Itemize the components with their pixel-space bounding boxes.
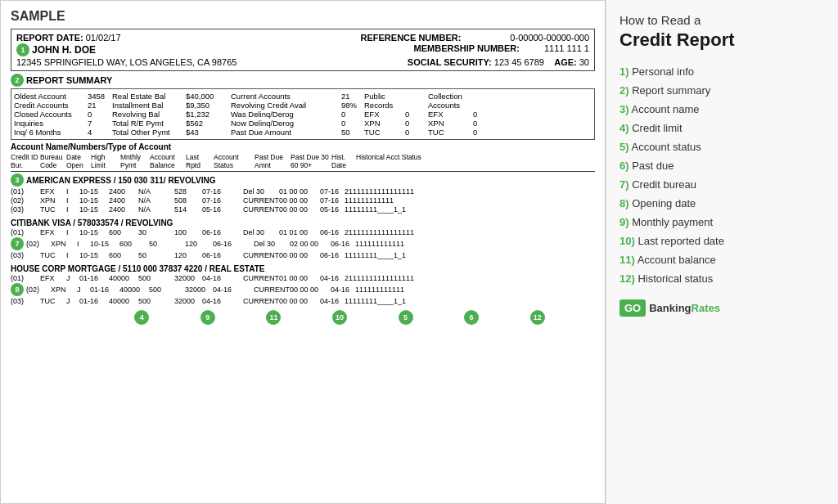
sum-r2c6: 98%	[341, 101, 364, 110]
sum-r3c3: Revolving Bal	[112, 110, 186, 119]
amex-row-3: (03)TUCI10-152400N/A51405-16CURRENT00 00…	[11, 205, 595, 214]
list-item-9: 9) Monthly payment	[619, 213, 825, 232]
sum-r5c5: Past Due Amount	[231, 128, 341, 137]
right-panel: How to Read a Credit Report 1) Personal …	[606, 0, 838, 504]
report-date: REPORT DATE: 01/02/17	[16, 33, 121, 43]
sum-r3c7: EFX	[364, 110, 405, 119]
sum-r5c4: $43	[186, 128, 231, 137]
ssn-age: SOCIAL SECURITY: 123 45 6789 AGE: 30	[408, 57, 589, 67]
col-status: Account Status	[214, 153, 255, 169]
sum-r5c2: 4	[88, 128, 112, 137]
sum-r1c2: 3458	[88, 92, 112, 101]
list-item-12: 12) Historical status	[619, 269, 825, 288]
col-high: High Limit	[91, 153, 120, 169]
acct-header-label: Account Name/Numbers/Type of Account	[11, 142, 595, 151]
sum-r5c8: 0	[405, 128, 428, 137]
account-mortgage: HOUSE CORP MORTGAGE / 5110 000 37837 422…	[11, 264, 595, 305]
sum-r5c9: TUC	[428, 128, 473, 137]
sum-r1c4: $40,000	[186, 92, 231, 101]
mortgage-row-3: (03)TUCJ01-16400005003200004-16CURRENT00…	[11, 297, 595, 305]
callout-12: 12	[530, 310, 545, 325]
sum-r5c7: TUC	[364, 128, 405, 137]
callout-6: 6	[464, 310, 479, 325]
list-item-3: 3) Account name	[619, 100, 825, 119]
col-pastdue: Past Due Amnt	[255, 153, 291, 169]
citi-row-2-wrapper: 7 (02)XPNI10-156005012006-16Del 3002 00 …	[11, 237, 595, 250]
callout-3: 3	[11, 173, 24, 187]
sum-r2c7: Records	[364, 101, 405, 110]
sum-r4c6: 0	[341, 119, 364, 128]
reference-number: REFERENCE NUMBER: 0-00000-00000-000	[361, 33, 589, 43]
sum-r1c6: 21	[341, 92, 364, 101]
sum-r1c5: Current Accounts	[231, 92, 341, 101]
sum-r4c1: Inquiries	[14, 119, 88, 128]
sum-r4c10: 0	[473, 119, 496, 128]
list-item-7: 7) Credit bureau	[619, 175, 825, 194]
callout-11: 11	[266, 310, 281, 325]
account-amex: 3 AMERICAN EXPRESS / 150 030 311/ REVOLV…	[11, 173, 595, 214]
sum-r4c4: $562	[186, 119, 231, 128]
col-hist-date: Hist. Date	[331, 153, 356, 169]
logo-banking: Banking	[649, 302, 691, 314]
list-item-5: 5) Account status	[619, 137, 825, 156]
sum-r2c9: Accounts	[428, 101, 473, 110]
sum-r5c1: Inq/ 6 Months	[14, 128, 88, 137]
account-citi: CITIBANK VISA / 578033574 / REVOLVING (0…	[11, 218, 595, 259]
callout-2: 2	[11, 74, 24, 87]
callout-5: 5	[399, 310, 413, 325]
sum-r4c7: XPN	[364, 119, 405, 128]
col-date: Date Open	[66, 153, 91, 169]
sum-r3c6: 0	[341, 110, 364, 119]
citi-row-1: (01)EFXI10-156003010006-16Del 3001 01 00…	[11, 228, 595, 236]
sum-r1c8	[405, 92, 428, 101]
col-mnthly: Mnthly Pymt	[120, 153, 150, 169]
sum-r4c8: 0	[405, 119, 428, 128]
list-item-1: 1) Personal info	[619, 62, 825, 81]
sum-r2c2: 21	[88, 101, 112, 110]
bottom-callouts: 4 9 11 10 5 6 12	[11, 310, 595, 325]
sum-r1c7: Public	[364, 92, 405, 101]
sum-r2c1: Credit Accounts	[14, 101, 88, 110]
citi-row-3: (03)TUCI10-156005012006-16CURRENT00 00 0…	[11, 251, 595, 259]
sum-r2c4: $9,350	[186, 101, 231, 110]
sum-r3c4: $1,232	[186, 110, 231, 119]
callout-7: 7	[11, 237, 24, 250]
sum-r3c8: 0	[405, 110, 428, 119]
mortgage-row-2: (02)XPNJ01-16400005003200004-16CURRENT00…	[26, 286, 595, 294]
mortgage-row-1: (01)EFXJ01-16400005003200004-16CURRENT01…	[11, 274, 595, 282]
col-pastdue-days: Past Due 30 60 90+	[291, 153, 331, 169]
sum-r1c1: Oldest Account	[14, 92, 88, 101]
sum-r3c10: 0	[473, 110, 496, 119]
amex-row-2: (02)XPNI10-152400N/A50807-16CURRENT00 00…	[11, 196, 595, 205]
list-item-6: 6) Past due	[619, 156, 825, 175]
sum-r5c3: Total Other Pymt	[112, 128, 186, 137]
sum-r5c10: 0	[473, 128, 496, 137]
name-section: 1 JOHN H. DOE	[16, 43, 96, 56]
sum-r2c10	[473, 101, 496, 110]
citi-row-2: (02)XPNI10-156005012006-16Del 3002 00 00…	[26, 240, 595, 248]
column-headers: Credit ID Bur. Bureau Code Date Open Hig…	[11, 153, 595, 172]
right-title-sub: How to Read a	[619, 13, 825, 28]
sum-r4c2: 7	[88, 119, 112, 128]
col-balance: Account Balance	[150, 153, 186, 169]
sum-r5c6: 50	[341, 128, 364, 137]
callout-4: 4	[134, 310, 149, 325]
amex-row-1: (01)EFXI10-152400N/A52807-16Del 3001 00 …	[11, 187, 595, 196]
list-item-10: 10) Last reported date	[619, 232, 825, 250]
list-item-11: 11) Account balance	[619, 250, 825, 269]
sum-r4c5: Now Delinq/Derog	[231, 119, 341, 128]
list-item-8: 8) Opening date	[619, 194, 825, 213]
sum-r1c3: Real Estate Bal	[112, 92, 186, 101]
left-panel: SAMPLE REPORT DATE: 01/02/17 REFERENCE N…	[0, 0, 606, 504]
right-items-list: 1) Personal info 2) Report summary 3) Ac…	[619, 62, 825, 288]
logo-rates: Rates	[692, 302, 720, 314]
address: 12345 SPRINGFIELD WAY, LOS ANGELES, CA 9…	[16, 57, 237, 67]
logo: GO Banking Rates	[619, 299, 825, 317]
sum-r2c5: Revolving Credit Avail	[231, 101, 341, 110]
sum-r3c9: EFX	[428, 110, 473, 119]
col-last: Last Rptd	[186, 153, 214, 169]
callout-9: 9	[200, 310, 215, 325]
mortgage-row-2-wrapper: 8 (02)XPNJ01-16400005003200004-16CURRENT…	[11, 283, 595, 296]
list-item-4: 4) Credit limit	[619, 119, 825, 137]
col-historical: Historical Acct Status	[356, 153, 595, 169]
